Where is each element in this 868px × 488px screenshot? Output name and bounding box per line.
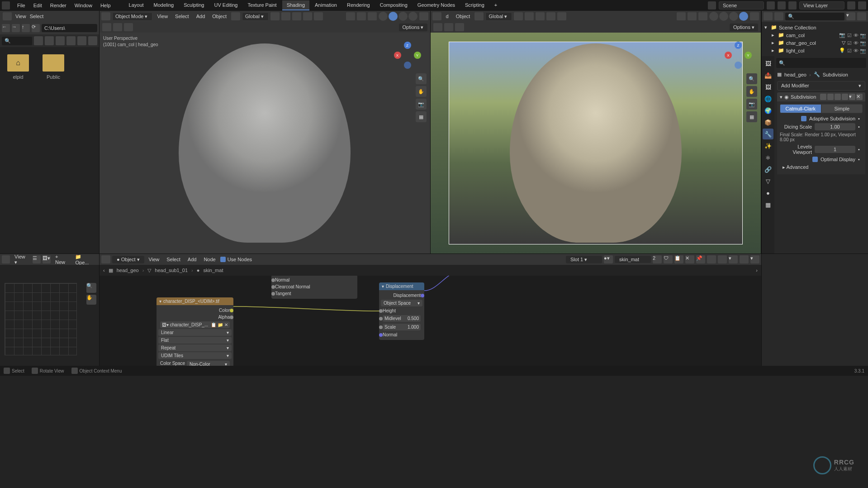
space-select[interactable]: Object Space▾ (381, 300, 422, 306)
outliner-scene-collection[interactable]: ▾📁 Scene Collection (762, 24, 868, 31)
zoom-icon[interactable]: 🔍 (746, 73, 757, 84)
exclude-icon[interactable]: ☑ (847, 48, 853, 53)
simple-button[interactable]: Simple (821, 104, 863, 113)
shade-rendered-icon[interactable] (408, 12, 417, 21)
display-thumb-icon[interactable] (45, 36, 54, 45)
editor-type-icon[interactable] (432, 12, 441, 20)
workspace-shading[interactable]: Shading (282, 0, 309, 10)
gizmo-neg-z-icon[interactable] (735, 62, 742, 69)
shade-solid-icon[interactable] (719, 12, 728, 21)
gizmo-y-icon[interactable]: Y (745, 52, 752, 59)
ne-select-menu[interactable]: Select (164, 256, 183, 263)
render-icon[interactable]: 📷 (860, 48, 865, 53)
workspace-add[interactable]: + (490, 0, 502, 10)
material-slot-select[interactable]: Slot 1 ▾ (566, 256, 602, 263)
advanced-expand[interactable]: ▸ Advanced (780, 163, 863, 172)
catmull-clark-button[interactable]: Catmull-Clark (780, 104, 821, 113)
display-compact-icon[interactable] (56, 36, 65, 45)
editor-type-icon[interactable] (101, 12, 110, 20)
image-editor-type-icon[interactable] (2, 255, 10, 263)
material-pin-icon[interactable]: 📌 (696, 255, 705, 263)
object-mode-select[interactable]: Object Mode ▾ (112, 12, 152, 21)
socket-height[interactable]: Height (381, 307, 422, 314)
overlays-icon[interactable] (688, 12, 697, 20)
extension-select[interactable]: Repeat▾ (158, 344, 232, 351)
scene-icon[interactable] (708, 1, 716, 10)
image-canvas[interactable] (5, 283, 77, 355)
node-editor-type-icon[interactable] (101, 255, 110, 263)
workspace-sculpting[interactable]: Sculpting (179, 0, 209, 10)
new-collection-icon[interactable] (857, 12, 866, 20)
gizmo-y-icon[interactable]: Y (414, 52, 421, 59)
nav-up-icon[interactable]: ↑ (22, 24, 30, 32)
material-fake-user-icon[interactable]: 🛡 (664, 255, 673, 263)
outliner-editor-type-icon[interactable] (764, 12, 773, 20)
nav-forward-icon[interactable]: → (12, 24, 20, 32)
node-displacement[interactable]: ▾Displacement Displacement Object Space▾… (379, 282, 424, 340)
tool-settings-icon[interactable] (433, 23, 442, 31)
snap-icon[interactable] (525, 12, 534, 20)
socket-color-out[interactable]: Color (158, 307, 232, 314)
material-new-icon[interactable]: 📋 (674, 255, 683, 263)
tab-texture[interactable]: ▦ (763, 199, 773, 210)
shader-type-select[interactable]: ● Object ▾ (112, 256, 144, 263)
folder-item[interactable]: Public (43, 54, 64, 80)
source-select[interactable]: UDIM Tiles▾ (158, 352, 232, 359)
node-header[interactable]: ▾Displacement (379, 282, 424, 290)
select-extend-icon[interactable] (455, 23, 464, 31)
dicing-scale-field[interactable]: 1.00 (815, 123, 855, 130)
render-menu[interactable]: Render (47, 1, 70, 10)
ne-backdrop-icon[interactable] (707, 255, 716, 263)
perspective-icon[interactable]: ▦ (416, 111, 427, 122)
viewport-rendered[interactable]: d Object Global ▾ (431, 11, 762, 254)
socket-alpha-out[interactable]: Alpha (158, 314, 232, 321)
camera-icon[interactable]: 📷 (416, 99, 427, 110)
ne-snap-icon[interactable] (718, 255, 727, 263)
select-box-icon[interactable] (113, 23, 122, 31)
vp-object-menu[interactable]: Object (209, 13, 229, 20)
socket-normal[interactable]: Normal (273, 277, 356, 283)
workspace-modeling[interactable]: Modeling (149, 0, 179, 10)
breadcrumb-object[interactable]: head_geo (784, 72, 806, 77)
orientation-select[interactable]: Global ▾ (242, 12, 269, 21)
proportional-opts-icon[interactable] (557, 12, 566, 20)
proportional-opts-icon[interactable] (314, 12, 323, 20)
gizmo-z-icon[interactable]: Z (735, 42, 742, 49)
orientation-select[interactable]: Global ▾ (485, 12, 512, 21)
node-header[interactable]: ▾character_DISP_<UDIM>.tif (157, 297, 233, 305)
use-nodes-checkbox[interactable] (220, 257, 226, 262)
workspace-texture[interactable]: Texture Paint (243, 0, 281, 10)
camera-icon[interactable]: 📷 (746, 99, 757, 110)
properties-search-input[interactable]: 🔍 (776, 58, 866, 68)
breadcrumb-modifier[interactable]: Subdivision (823, 72, 848, 77)
zoom-icon[interactable]: 🔍 (86, 283, 96, 293)
filter-icon[interactable]: ▾ (846, 12, 855, 20)
tab-object[interactable]: 📦 (763, 117, 773, 128)
ne-overlay-icon[interactable] (740, 255, 749, 263)
xray-icon[interactable] (368, 12, 377, 20)
nav-gizmo[interactable]: Z X Y (725, 42, 752, 69)
bread-obj[interactable]: head_geo (117, 268, 139, 273)
tab-viewlayer[interactable]: 🖼 (763, 81, 773, 92)
nav-refresh-icon[interactable]: ⟳ (32, 24, 40, 32)
outliner-item[interactable]: ▸📁 char_geo_col ▽ ☑👁📷 (762, 39, 868, 47)
shade-material-icon[interactable] (398, 12, 408, 21)
settings-gear-icon[interactable] (88, 36, 97, 45)
interpolation-select[interactable]: Linear▾ (158, 329, 232, 336)
xray-icon[interactable] (698, 12, 707, 20)
filter-icon[interactable] (77, 36, 86, 45)
node-image-texture[interactable]: ▾character_DISP_<UDIM>.tif Color Alpha 🖼… (157, 297, 233, 366)
workspace-animation[interactable]: Animation (310, 0, 342, 10)
ie-image-icon[interactable]: 🖼▾ (43, 255, 51, 263)
orientation-icon[interactable] (474, 12, 484, 20)
viewlayer-remove-icon[interactable] (858, 1, 866, 10)
modifier-header[interactable]: ▾◉ Subdivision ▾ ✕ (777, 92, 865, 101)
socket-normal[interactable]: Normal (381, 331, 422, 338)
tab-material[interactable]: ● (763, 187, 773, 198)
tab-scene[interactable]: 🌐 (763, 93, 773, 104)
file-menu[interactable]: File (14, 1, 29, 10)
hide-icon[interactable]: 👁 (854, 40, 859, 46)
tab-modifier[interactable]: 🔧 (763, 129, 773, 139)
snap-opts-icon[interactable] (536, 12, 545, 20)
workspace-layout[interactable]: Layout (124, 0, 148, 10)
